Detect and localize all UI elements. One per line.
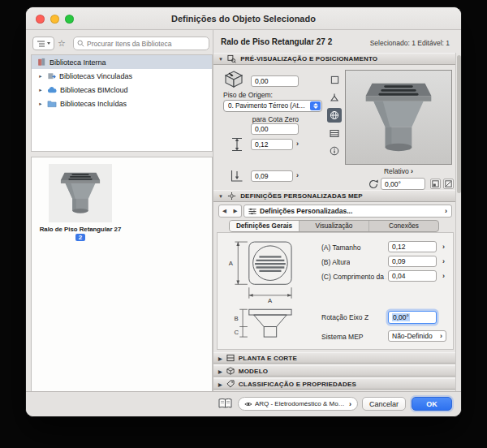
library-item-cell[interactable]: Ralo de Piso Retangular 27 2 xyxy=(35,164,126,241)
dim-c-label: C xyxy=(234,329,239,336)
elevation-value: 0,00 xyxy=(255,77,269,85)
window-title: Definições do Objeto Selecionado xyxy=(75,14,412,24)
floor-drain-thumbnail-image xyxy=(54,168,107,218)
nav-back-button[interactable]: ◀ xyxy=(218,205,231,218)
zoom-window-icon[interactable] xyxy=(65,15,74,24)
home-story-value: 0. Pavimento Térreo (Atual) xyxy=(228,102,308,110)
elevation-field[interactable]: 0,00 xyxy=(251,75,299,87)
chevron-right-icon: › xyxy=(445,207,447,215)
param-a-chevron-icon[interactable]: › xyxy=(442,243,445,251)
home-story-popup[interactable]: 0. Pavimento Térreo (Atual) xyxy=(223,100,322,112)
section-classification[interactable]: ▶ CLASSIFICAÇÃO E PROPRIEDADES xyxy=(213,378,455,390)
folder-icon xyxy=(47,100,57,108)
section-view-icon xyxy=(330,93,339,102)
custom-settings-icon xyxy=(248,208,256,215)
rotation-z-field[interactable]: 0,00° xyxy=(388,311,437,324)
sink-depth-value: 0,09 xyxy=(255,172,269,180)
disclosure-open-icon[interactable]: ▼ xyxy=(218,194,223,199)
tab-conexoes[interactable]: Conexões xyxy=(369,221,438,231)
linked-libraries-icon xyxy=(47,71,56,80)
object-height-icon xyxy=(230,136,244,153)
mep-section-icon xyxy=(227,192,236,200)
tree-item-label: Biblioteca Interna xyxy=(50,58,106,67)
object-3d-preview[interactable] xyxy=(345,70,452,165)
object-height-field[interactable]: 0,12 xyxy=(251,139,293,150)
library-preview-pane: Ralo de Piso Retangular 27 2 xyxy=(31,157,213,392)
param-c-value: 0,04 xyxy=(392,272,406,280)
section-mep-settings[interactable]: ▼ DEFINIÇÕES PERSONALIZADAS MEP xyxy=(213,190,455,202)
disclosure-closed-icon[interactable]: ▶ xyxy=(218,355,222,361)
mep-parameters-panel: A A B C (A) Tamanho 0,12 › (B) Altura xyxy=(217,232,454,350)
tab-definicoes-gerais[interactable]: Definições Gerais xyxy=(230,221,300,231)
param-c-chevron-icon[interactable]: › xyxy=(442,272,445,280)
tree-item-bibliotecas-incluidas[interactable]: ▸ Bibliotecas Incluídas xyxy=(32,97,212,110)
tree-item-label: Bibliotecas Vinculadas xyxy=(59,72,132,80)
home-story-label: Piso de Origem: xyxy=(223,91,273,99)
view-3d-button[interactable] xyxy=(327,108,342,123)
minimize-window-icon[interactable] xyxy=(50,15,59,24)
section-model[interactable]: ▶ MODELO xyxy=(213,365,455,377)
relative-mode-link[interactable]: Relativo › xyxy=(345,167,452,175)
mep-breadcrumb-button[interactable]: Definições Personalizadas... › xyxy=(244,205,452,218)
tree-chevron-icon[interactable]: ▸ xyxy=(37,87,44,93)
rotation-z-value: 0,00° xyxy=(392,313,410,321)
depth-options-chevron-icon[interactable]: › xyxy=(296,172,299,179)
classification-tag-icon xyxy=(226,380,235,388)
popup-arrows-icon xyxy=(310,101,321,110)
tree-item-bibliotecas-vinculadas[interactable]: ▸ Bibliotecas Vinculadas xyxy=(32,69,212,83)
section-preview-positioning[interactable]: ▼ PRÉ-VISUALIZAÇÃO E POSICIONAMENTO xyxy=(213,53,455,65)
disclosure-open-icon[interactable]: ▼ xyxy=(218,57,223,62)
relative-angle-toggle[interactable] xyxy=(443,179,454,189)
param-b-field[interactable]: 0,09 xyxy=(388,256,437,267)
height-options-chevron-icon[interactable]: › xyxy=(296,140,299,148)
tab-visualizacao[interactable]: Visualização xyxy=(300,221,369,231)
breadcrumb-label: Definições Personalizadas... xyxy=(260,207,352,215)
ok-button[interactable]: OK xyxy=(412,397,452,411)
absolute-angle-icon xyxy=(432,180,439,187)
param-a-field[interactable]: 0,12 xyxy=(388,241,437,252)
nav-forward-button[interactable]: ▶ xyxy=(230,205,242,218)
absolute-angle-toggle[interactable] xyxy=(430,179,441,189)
chevron-right-icon: › xyxy=(411,167,413,175)
info-button[interactable] xyxy=(327,144,342,158)
search-icon xyxy=(77,40,84,47)
param-c-field[interactable]: 0,04 xyxy=(388,270,437,282)
to-zero-value: 0,00 xyxy=(255,125,269,133)
mep-system-popup[interactable]: Não-Definido › xyxy=(388,330,446,342)
section-view-button[interactable] xyxy=(327,90,342,105)
floor-plan-view-icon xyxy=(330,75,339,84)
floor-plan-view-button[interactable] xyxy=(327,72,342,87)
param-b-value: 0,09 xyxy=(392,257,406,265)
to-zero-field[interactable]: 0,00 xyxy=(251,123,299,135)
close-window-icon[interactable] xyxy=(36,15,45,24)
listing-view-button[interactable] xyxy=(327,126,342,140)
tree-chevron-icon[interactable]: ▸ xyxy=(37,73,44,80)
library-view-mode-button[interactable] xyxy=(32,37,54,50)
search-input[interactable] xyxy=(87,40,205,48)
tree-item-bibliotecas-bimcloud[interactable]: ▸ Bibliotecas BIMcloud xyxy=(32,83,212,97)
selected-object-name: Ralo de Piso Retangular 27 2 xyxy=(221,37,332,46)
sink-depth-field[interactable]: 0,09 xyxy=(251,170,293,182)
library-item-name-edit[interactable]: 2 xyxy=(75,234,85,241)
placement-rotation-field[interactable]: 0,00° xyxy=(381,178,425,190)
scrollbar-thumb[interactable] xyxy=(457,55,461,193)
param-a-label: (A) Tamanho xyxy=(321,243,361,252)
param-b-chevron-icon[interactable]: › xyxy=(442,257,445,265)
tree-item-biblioteca-interna[interactable]: Biblioteca Interna xyxy=(32,55,212,69)
placement-rotation-value: 0,00° xyxy=(385,180,401,188)
library-search[interactable] xyxy=(73,37,209,50)
elevation-anchor-icon[interactable] xyxy=(223,70,244,88)
favorites-book-icon[interactable] xyxy=(218,398,232,409)
disclosure-closed-icon[interactable]: ▶ xyxy=(218,368,222,374)
chevron-right-icon: › xyxy=(349,400,351,408)
layer-selector[interactable]: ARQ - Eletrodoméstico & Mobiliário › xyxy=(238,397,358,411)
cancel-button[interactable]: Cancelar xyxy=(362,397,406,411)
rotation-icon xyxy=(368,179,379,190)
section-plan-section[interactable]: ▶ PLANTA E CORTE xyxy=(213,352,455,364)
tree-chevron-icon[interactable]: ▸ xyxy=(37,101,44,107)
title-bar[interactable]: Definições do Objeto Selecionado xyxy=(26,7,461,30)
favorites-star-icon[interactable]: ☆ xyxy=(58,38,66,49)
internal-library-icon xyxy=(37,58,46,67)
disclosure-closed-icon[interactable]: ▶ xyxy=(218,381,222,387)
sink-depth-icon xyxy=(230,168,244,184)
